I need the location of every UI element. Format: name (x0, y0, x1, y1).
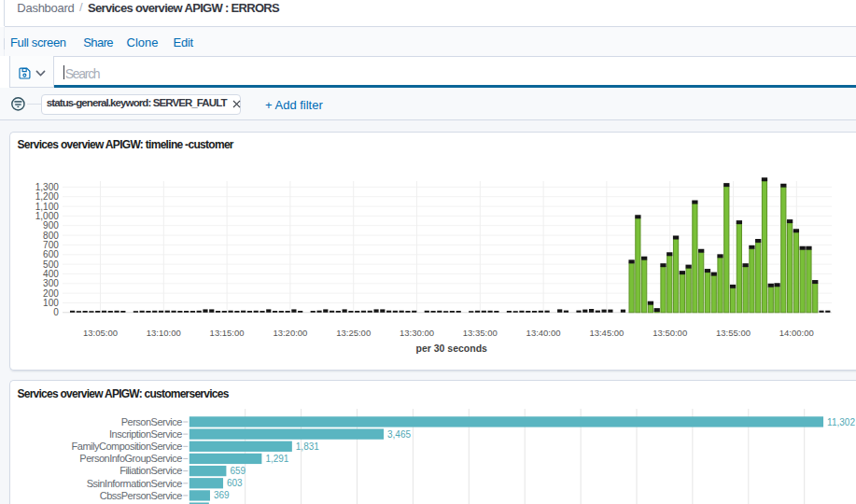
svg-text:13:10:00: 13:10:00 (147, 328, 181, 338)
svg-text:300: 300 (43, 278, 59, 288)
svg-text:1,200: 1,200 (35, 191, 59, 202)
svg-text:659: 659 (230, 466, 246, 476)
svg-text:3,465: 3,465 (387, 429, 411, 440)
svg-text:InscriptionService: InscriptionService (109, 428, 182, 440)
svg-text:13:05:00: 13:05:00 (83, 328, 118, 338)
svg-text:per 30 seconds: per 30 seconds (415, 343, 487, 354)
svg-text:13:40:00: 13:40:00 (526, 328, 561, 338)
svg-text:13:20:00: 13:20:00 (273, 328, 307, 338)
svg-text:500: 500 (43, 259, 59, 269)
svg-text:PersonInfoGroupService: PersonInfoGroupService (79, 453, 182, 464)
svg-text:13:50:00: 13:50:00 (653, 328, 687, 338)
svg-text:FiliationService: FiliationService (119, 465, 182, 476)
svg-text:200: 200 (43, 287, 59, 298)
svg-text:800: 800 (43, 230, 59, 240)
svg-text:13:25:00: 13:25:00 (336, 328, 371, 338)
svg-text:900: 900 (43, 220, 59, 231)
svg-text:13:35:00: 13:35:00 (463, 328, 498, 338)
svg-text:1,291: 1,291 (265, 454, 288, 464)
svg-text:0: 0 (53, 307, 59, 317)
svg-text:13:15:00: 13:15:00 (210, 328, 245, 338)
svg-text:700: 700 (43, 239, 59, 249)
svg-text:603: 603 (227, 478, 243, 488)
svg-text:1,831: 1,831 (296, 441, 319, 452)
svg-text:11,302: 11,302 (827, 417, 855, 427)
svg-text:369: 369 (214, 490, 230, 500)
svg-text:PersonService: PersonService (121, 416, 182, 427)
svg-text:FamilyCompositionService: FamilyCompositionService (72, 441, 183, 452)
svg-text:14:00:00: 14:00:00 (779, 328, 814, 338)
svg-text:1,100: 1,100 (35, 201, 59, 211)
svg-text:13:45:00: 13:45:00 (589, 328, 624, 338)
svg-text:600: 600 (43, 249, 59, 259)
svg-text:SsinInformationService: SsinInformationService (87, 478, 182, 489)
svg-text:400: 400 (43, 268, 59, 278)
svg-text:13:55:00: 13:55:00 (716, 328, 751, 338)
svg-text:100: 100 (43, 297, 59, 307)
svg-text:CbssPersonService: CbssPersonService (100, 490, 182, 501)
svg-text:13:30:00: 13:30:00 (400, 328, 434, 338)
svg-text:1,000: 1,000 (35, 210, 59, 220)
svg-text:1,300: 1,300 (35, 181, 59, 191)
